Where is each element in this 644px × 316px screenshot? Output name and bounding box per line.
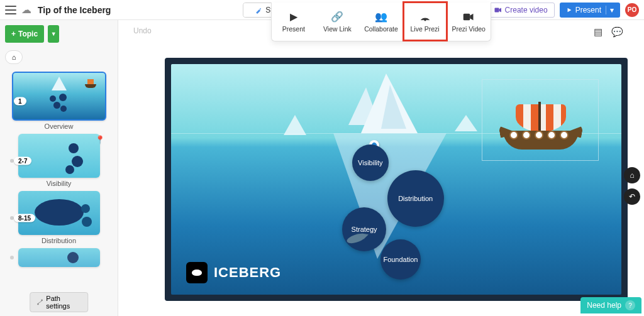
path-icon [36,298,43,306]
thumb-overview[interactable]: 1 Overview [4,72,114,130]
need-help-button[interactable]: Need help ? [580,297,641,313]
share-view-link[interactable]: 🔗View Link [316,3,360,41]
thumb-index: 1 [14,97,26,105]
thumb-range: 2-7 [14,156,31,165]
thumb-range: 8-15 [14,214,35,222]
help-icon: ? [625,300,635,310]
top-right-actions: Create video Present ▾ PO [487,3,639,18]
thumb-next[interactable] [4,248,114,267]
menu-icon[interactable] [5,6,16,14]
topic-foundation[interactable]: Foundation [380,239,421,280]
present-button[interactable]: Present ▾ [560,3,620,18]
play-icon [566,7,572,13]
back-button[interactable]: ↶ [624,188,640,205]
canvas-float-controls: ⌂ ↶ [624,167,640,205]
add-topic-button[interactable]: +Topic [5,25,44,43]
small-iceberg [455,115,477,131]
presentation-title[interactable]: Tip of the Iceberg [38,5,111,15]
video-icon [463,11,474,23]
user-avatar[interactable]: PO [625,3,639,17]
video-icon [494,7,502,13]
share-dropdown: ▶Present 🔗View Link 👥Collaborate Live Pr… [271,3,491,41]
cloud-sync-icon[interactable]: ☁ [21,4,31,16]
path-settings-button[interactable]: Path settings [30,292,89,312]
topic-dropdown-caret[interactable]: ▼ [48,25,59,43]
style-icon [255,6,262,14]
share-live-prezi[interactable]: Live Prezi [403,3,447,41]
share-present[interactable]: ▶Present [272,3,316,41]
notes-icon[interactable]: ▤ [594,26,605,38]
home-button[interactable]: ⌂ [5,50,23,64]
thumb-distribution[interactable]: 8-15 Distribution [4,191,114,244]
sidebar: +Topic ▼ ⌂ 1 Overview [0,20,118,316]
pin-icon: 📍 [95,135,105,144]
present-caret[interactable]: ▾ [606,6,614,14]
svg-point-4 [424,19,425,21]
topic-visibility[interactable]: Visibility [352,144,389,181]
create-video-button[interactable]: Create video [487,3,555,18]
logo-icon [186,262,208,283]
svg-rect-1 [494,8,499,12]
undo-button[interactable]: Undo [133,26,152,35]
thumb-visibility[interactable]: 2-7 📍 Visibility [4,134,114,187]
brand-badge: ICEBERG [186,262,281,283]
plus-icon: + [11,30,16,38]
link-icon: 🔗 [331,11,343,23]
broadcast-icon [419,11,431,23]
svg-rect-5 [464,13,470,20]
editor-stage[interactable]: Visibility Distribution Strategy Foundat… [165,58,628,301]
canvas-area: Undo ▤ 💬 ▶Present 🔗View Link 👥Collaborat… [118,20,644,316]
people-icon: 👥 [375,11,387,23]
comments-icon[interactable]: 💬 [611,26,623,38]
share-prezi-video[interactable]: Prezi Video [447,3,491,41]
topic-distribution[interactable]: Distribution [387,170,444,227]
viking-ship[interactable] [498,92,586,155]
share-collaborate[interactable]: 👥Collaborate [359,3,403,41]
topic-strategy[interactable]: Strategy [342,207,386,251]
scene[interactable]: Visibility Distribution Strategy Foundat… [171,64,621,295]
small-iceberg [284,115,306,135]
play-icon: ▶ [290,11,297,23]
slide-thumbnails: 1 Overview 2-7 📍 Visibility [0,68,118,316]
home-view-button[interactable]: ⌂ [624,167,640,183]
